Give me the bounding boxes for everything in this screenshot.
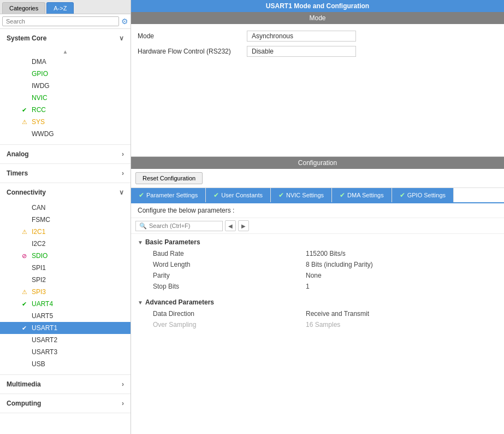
main-panel: USART1 Mode and Configuration Mode ModeA…: [131, 0, 504, 434]
params-search-box: 🔍: [135, 221, 223, 231]
sidebar-item-label-i2c2: I2C2: [32, 240, 45, 248]
sidebar-section-label-system-core: System Core: [7, 34, 46, 42]
param-row-stop-bits: Stop Bits 1: [131, 281, 504, 292]
sidebar-item-i2c1[interactable]: ⚠I2C1: [0, 226, 131, 238]
scroll-up-arrow[interactable]: ▲: [63, 49, 68, 55]
params-group-basic: ▼Basic Parameters Baud Rate 115200 Bits/…: [131, 234, 504, 294]
param-value: 16 Samples: [306, 321, 340, 329]
params-header-text: Configure the below parameters :: [131, 203, 504, 218]
nav-prev-button[interactable]: ◀: [225, 220, 236, 231]
mode-content: ModeAsynchronousHardware Flow Control (R…: [131, 24, 504, 63]
sidebar-section-header-timers[interactable]: Timers›: [0, 164, 131, 183]
params-group-label-advanced: Advanced Parameters: [145, 298, 214, 306]
chevron-icon-connectivity: ∨: [119, 189, 124, 196]
sidebar-item-label-wwdg: WWDG: [32, 130, 54, 138]
sidebar-item-label-sdio: SDIO: [32, 252, 48, 260]
chevron-icon-computing: ›: [122, 400, 124, 407]
param-name: Word Length: [153, 261, 306, 268]
sidebar-item-gpio[interactable]: GPIO: [0, 68, 131, 80]
sidebar-item-uart4[interactable]: ✔UART4: [0, 298, 131, 310]
mode-label: Hardware Flow Control (RS232): [138, 48, 247, 55]
sidebar-item-label-usart3: USART3: [32, 348, 57, 356]
sidebar-item-spi1[interactable]: SPI1: [0, 262, 131, 274]
chevron-icon-system-core: ∨: [119, 34, 124, 42]
param-row-word-length: Word Length 8 Bits (including Parity): [131, 259, 504, 270]
sidebar-item-i2c2[interactable]: I2C2: [0, 238, 131, 250]
sidebar-section-header-analog[interactable]: Analog›: [0, 145, 131, 163]
params-groups: ▼Basic Parameters Baud Rate 115200 Bits/…: [131, 234, 504, 332]
tab-label: NVIC Settings: [286, 192, 324, 198]
param-value: 1: [306, 283, 310, 290]
sidebar-content: System Core∨▲DMAGPIOIWDGNVIC✔RCC⚠SYSWWDG…: [0, 29, 131, 434]
config-tab-dma-settings[interactable]: ✔DMA Settings: [332, 188, 392, 202]
sidebar-item-spi3[interactable]: ⚠SPI3: [0, 286, 131, 298]
sidebar-settings-icon[interactable]: ⚙: [121, 17, 128, 26]
status-check-icon: ✔: [22, 301, 29, 308]
mode-label: Mode: [138, 32, 247, 40]
status-warn-icon: ⚠: [22, 289, 29, 296]
sidebar-section-timers: Timers›: [0, 164, 131, 183]
mode-value: Asynchronous: [247, 31, 356, 42]
sidebar-section-header-system-core[interactable]: System Core∨: [0, 29, 131, 48]
status-check-icon: ✔: [22, 325, 29, 332]
param-value: None: [306, 272, 322, 279]
sidebar-section-label-multimedia: Multimedia: [7, 380, 41, 388]
tab-check-icon: ✔: [340, 191, 345, 199]
config-tab-nvic-settings[interactable]: ✔NVIC Settings: [271, 188, 332, 202]
sidebar-section-header-connectivity[interactable]: Connectivity∨: [0, 183, 131, 202]
sidebar-item-rcc[interactable]: ✔RCC: [0, 104, 131, 116]
nav-next-button[interactable]: ▶: [238, 220, 249, 231]
sidebar-section-analog: Analog›: [0, 145, 131, 164]
config-toolbar: Reset Configuration: [131, 169, 504, 188]
params-group-advanced: ▼Advanced Parameters Data Direction Rece…: [131, 294, 504, 332]
scroll-up-indicator: ▲: [0, 48, 131, 56]
sidebar-section-header-multimedia[interactable]: Multimedia›: [0, 375, 131, 394]
sidebar-search-input[interactable]: [2, 16, 119, 26]
sidebar-item-sys[interactable]: ⚠SYS: [0, 116, 131, 128]
sidebar-search-bar: ⚙: [0, 14, 131, 29]
param-row-over-sampling: Over Sampling 16 Samples: [131, 319, 504, 330]
sidebar-item-sdio[interactable]: ⊘SDIO: [0, 250, 131, 262]
param-name: Baud Rate: [153, 250, 306, 257]
mode-row-mode: ModeAsynchronous: [138, 28, 497, 44]
sidebar-item-label-uart4: UART4: [32, 300, 53, 308]
sidebar-item-usart2[interactable]: USART2: [0, 334, 131, 346]
sidebar-item-label-spi2: SPI2: [32, 276, 46, 284]
config-tab-parameter-settings[interactable]: ✔Parameter Settings: [131, 188, 206, 202]
config-tab-user-constants[interactable]: ✔User Constants: [206, 188, 271, 202]
sidebar-item-wwdg[interactable]: WWDG: [0, 128, 131, 140]
sidebar-item-uart5[interactable]: UART5: [0, 310, 131, 322]
sidebar-item-usart1[interactable]: ✔USART1: [0, 322, 131, 334]
sidebar-section-computing: Computing›: [0, 394, 131, 413]
sidebar-tab-a--z[interactable]: A->Z: [46, 2, 74, 14]
param-name: Parity: [153, 272, 306, 279]
sidebar-item-dma[interactable]: DMA: [0, 56, 131, 68]
params-group-header-advanced[interactable]: ▼Advanced Parameters: [131, 296, 504, 308]
sidebar-item-nvic[interactable]: NVIC: [0, 92, 131, 104]
config-tab-gpio-settings[interactable]: ✔GPIO Settings: [392, 188, 454, 202]
chevron-icon-multimedia: ›: [122, 380, 124, 388]
main-title: USART1 Mode and Configuration: [131, 0, 504, 12]
sidebar-item-fsmc[interactable]: FSMC: [0, 214, 131, 226]
reset-configuration-button[interactable]: Reset Configuration: [135, 172, 203, 184]
sidebar-tabs: CategoriesA->Z: [0, 0, 131, 14]
params-group-header-basic[interactable]: ▼Basic Parameters: [131, 236, 504, 248]
sidebar-item-label-sys: SYS: [32, 118, 45, 126]
sidebar-section-multimedia: Multimedia›: [0, 375, 131, 394]
params-search-input[interactable]: [149, 222, 215, 229]
sidebar-section-label-analog: Analog: [7, 150, 29, 158]
params-area: Configure the below parameters : 🔍 ◀ ▶ ▼…: [131, 203, 504, 434]
sidebar-item-usb[interactable]: USB: [0, 358, 131, 370]
sidebar-item-label-spi1: SPI1: [32, 264, 46, 272]
tab-check-icon: ✔: [278, 191, 284, 199]
sidebar-item-usart3[interactable]: USART3: [0, 346, 131, 358]
collapse-icon-advanced: ▼: [138, 300, 143, 306]
sidebar-item-can[interactable]: CAN: [0, 202, 131, 214]
mode-row-hardware-flow-control--rs232-: Hardware Flow Control (RS232)Disable: [138, 44, 497, 59]
sidebar-section-system-core: System Core∨▲DMAGPIOIWDGNVIC✔RCC⚠SYSWWDG: [0, 29, 131, 145]
sidebar-section-header-computing[interactable]: Computing›: [0, 394, 131, 413]
params-search-icon: 🔍: [139, 222, 147, 230]
sidebar-tab-categories[interactable]: Categories: [2, 2, 45, 14]
sidebar-item-iwdg[interactable]: IWDG: [0, 80, 131, 92]
sidebar-item-spi2[interactable]: SPI2: [0, 274, 131, 286]
